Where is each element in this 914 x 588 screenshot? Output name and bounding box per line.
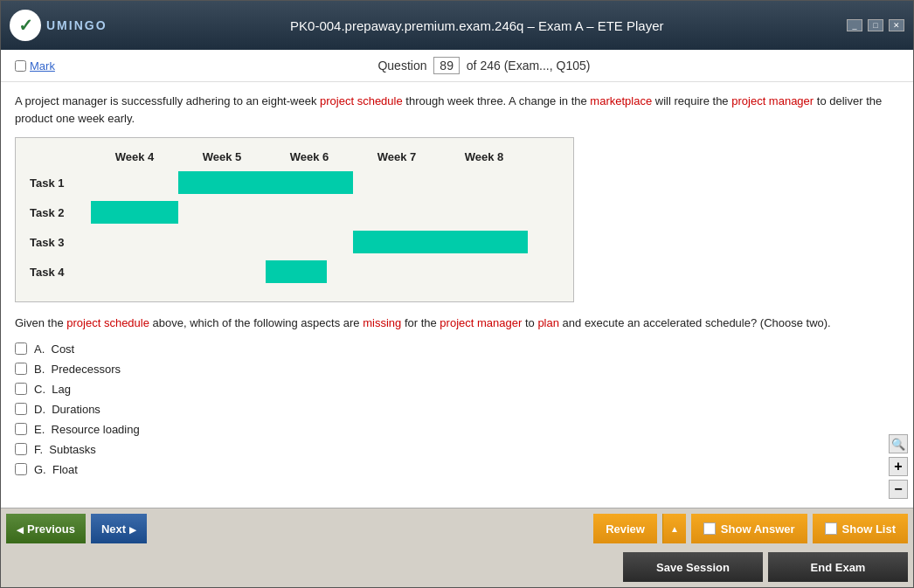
zoom-in-button[interactable]: +	[889, 457, 908, 476]
toolbar-row1: Previous Next Review Show Answer	[1, 508, 913, 549]
show-list-button[interactable]: Show List	[813, 514, 908, 543]
save-session-label: Save Session	[656, 561, 730, 574]
checkbox-f[interactable]	[15, 443, 27, 455]
logo-area: ✓ UMINGO	[10, 10, 107, 41]
save-session-button[interactable]: Save Session	[623, 552, 763, 582]
gantt-col-week4: Week 4	[91, 150, 178, 163]
label-e: E. Resource loading	[34, 423, 140, 436]
label-c: C. Lag	[34, 383, 71, 396]
title-bar: ✓ UMINGO PK0-004.prepaway.premium.exam.2…	[1, 1, 913, 50]
review-button[interactable]: Review	[593, 514, 657, 543]
maximize-button[interactable]: □	[868, 19, 883, 31]
logo-text: UMINGO	[46, 18, 107, 32]
bottom-toolbar: Previous Next Review Show Answer	[1, 508, 913, 587]
label-b: B. Predecessors	[34, 363, 121, 376]
chevron-down-icon	[670, 523, 679, 534]
mark-checkbox[interactable]: Mark	[15, 59, 55, 73]
app-window: ✓ UMINGO PK0-004.prepaway.premium.exam.2…	[0, 0, 914, 588]
zoom-out-button[interactable]: −	[889, 480, 908, 499]
logo-icon: ✓	[10, 10, 41, 41]
option-a: A. Cost	[15, 342, 899, 356]
show-answer-checkbox-indicator	[703, 522, 716, 535]
checkbox-c[interactable]	[15, 383, 27, 395]
chevron-left-icon	[17, 522, 24, 536]
label-a: A. Cost	[34, 342, 74, 356]
search-icon-button[interactable]: 🔍	[889, 434, 908, 453]
minimize-button[interactable]: _	[847, 19, 862, 31]
show-list-label: Show List	[842, 522, 896, 536]
option-d: D. Durations	[15, 403, 899, 416]
question-text: A project manager is successfully adheri…	[15, 93, 899, 127]
show-answer-label: Show Answer	[721, 522, 795, 536]
option-f: F. Subtasks	[15, 443, 899, 456]
close-button[interactable]: ✕	[889, 19, 904, 31]
previous-button[interactable]: Previous	[6, 514, 86, 543]
review-label: Review	[606, 522, 645, 536]
show-list-checkbox-indicator	[825, 522, 837, 535]
review-dropdown-button[interactable]	[662, 514, 686, 543]
toolbar-row2: Save Session End Exam	[1, 549, 913, 587]
gantt-row-task4: Task 4	[30, 259, 559, 284]
question-number-box: 89	[433, 57, 460, 74]
question-header: Mark Question 89 of 246 (Exam..., Q105)	[1, 50, 913, 82]
question-body: A project manager is successfully adheri…	[1, 82, 913, 508]
question-sub-text: Given the project schedule above, which …	[15, 315, 899, 332]
gantt-col-week6: Week 6	[266, 150, 353, 163]
show-answer-button[interactable]: Show Answer	[691, 514, 807, 543]
next-label: Next	[101, 522, 126, 536]
checkbox-b[interactable]	[15, 363, 27, 375]
checkbox-a[interactable]	[15, 342, 27, 355]
next-button[interactable]: Next	[91, 514, 147, 543]
gantt-row-task3: Task 3	[30, 230, 559, 254]
gantt-col-week8: Week 8	[440, 150, 528, 163]
end-exam-button[interactable]: End Exam	[768, 552, 908, 582]
label-f: F. Subtasks	[34, 443, 96, 456]
gantt-col-week7: Week 7	[353, 150, 440, 163]
label-g: G. Float	[34, 463, 78, 476]
question-total: of 246 (Exam..., Q105)	[467, 59, 591, 73]
question-label: Question	[377, 59, 426, 73]
mark-input[interactable]	[15, 60, 26, 72]
main-content: Mark Question 89 of 246 (Exam..., Q105) …	[1, 50, 913, 587]
checkbox-g[interactable]	[15, 463, 27, 475]
checkbox-e[interactable]	[15, 423, 27, 435]
mark-label: Mark	[30, 59, 55, 73]
end-exam-label: End Exam	[811, 561, 866, 574]
chevron-right-icon	[129, 522, 136, 536]
window-controls: _ □ ✕	[847, 19, 904, 31]
option-g: G. Float	[15, 463, 899, 476]
gantt-row-task2: Task 2	[30, 200, 559, 225]
label-d: D. Durations	[34, 403, 100, 416]
checkbox-d[interactable]	[15, 403, 27, 415]
gantt-col-week5: Week 5	[178, 150, 266, 163]
option-b: B. Predecessors	[15, 363, 899, 376]
previous-label: Previous	[27, 522, 75, 536]
zoom-controls: 🔍 + −	[889, 434, 908, 499]
window-title: PK0-004.prepaway.premium.exam.246q – Exa…	[107, 18, 847, 33]
option-c: C. Lag	[15, 383, 899, 396]
gantt-chart: Week 4 Week 5 Week 6 Week 7 Week 8 Task …	[15, 137, 574, 302]
gantt-header: Week 4 Week 5 Week 6 Week 7 Week 8	[91, 150, 559, 163]
option-e: E. Resource loading	[15, 423, 899, 436]
gantt-row-task1: Task 1	[30, 170, 559, 195]
question-number-area: Question 89 of 246 (Exam..., Q105)	[69, 57, 899, 74]
